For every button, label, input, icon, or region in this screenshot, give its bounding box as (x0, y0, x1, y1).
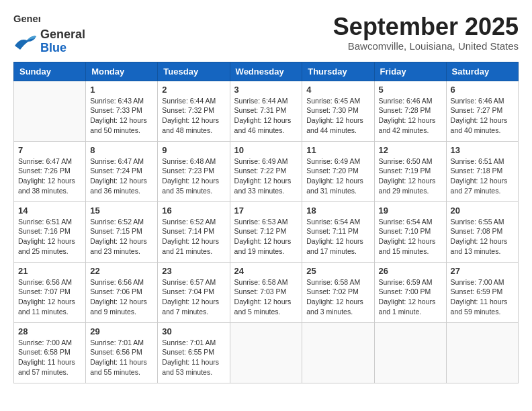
day-info: Sunrise: 6:52 AMSunset: 7:14 PMDaylight:… (162, 217, 225, 257)
calendar-cell: 26Sunrise: 6:59 AMSunset: 7:00 PMDayligh… (374, 262, 446, 322)
logo: General General Blue (13, 13, 85, 55)
day-number: 25 (306, 266, 369, 276)
day-number: 10 (234, 145, 298, 155)
week-row-3: 14Sunrise: 6:51 AMSunset: 7:16 PMDayligh… (14, 201, 519, 262)
day-number: 15 (90, 205, 153, 216)
week-row-4: 21Sunrise: 6:56 AMSunset: 7:07 PMDayligh… (14, 262, 519, 322)
day-info: Sunrise: 6:53 AMSunset: 7:12 PMDaylight:… (234, 217, 298, 257)
calendar-cell (230, 322, 302, 383)
calendar-cell: 24Sunrise: 6:58 AMSunset: 7:03 PMDayligh… (230, 262, 302, 322)
day-number: 3 (234, 85, 298, 95)
day-info: Sunrise: 6:49 AMSunset: 7:20 PMDaylight:… (306, 156, 369, 196)
day-number: 11 (306, 145, 369, 155)
day-number: 20 (451, 205, 514, 216)
day-number: 29 (90, 326, 153, 336)
calendar-cell: 3Sunrise: 6:44 AMSunset: 7:31 PMDaylight… (230, 81, 302, 141)
calendar-cell: 20Sunrise: 6:55 AMSunset: 7:08 PMDayligh… (446, 201, 518, 262)
day-number: 4 (306, 85, 369, 95)
weekday-header-saturday: Saturday (446, 62, 518, 81)
day-number: 1 (90, 85, 153, 95)
calendar-cell: 11Sunrise: 6:49 AMSunset: 7:20 PMDayligh… (302, 141, 374, 201)
day-info: Sunrise: 6:55 AMSunset: 7:08 PMDaylight:… (451, 217, 514, 257)
day-number: 13 (451, 145, 514, 155)
day-info: Sunrise: 6:58 AMSunset: 7:02 PMDaylight:… (306, 277, 369, 317)
calendar-cell: 19Sunrise: 6:54 AMSunset: 7:10 PMDayligh… (374, 201, 446, 262)
day-number: 12 (379, 145, 442, 155)
day-number: 24 (234, 266, 298, 276)
day-number: 30 (162, 326, 225, 336)
day-info: Sunrise: 7:01 AMSunset: 6:55 PMDaylight:… (162, 338, 225, 377)
day-info: Sunrise: 6:56 AMSunset: 7:07 PMDaylight:… (18, 277, 81, 317)
day-info: Sunrise: 7:00 AMSunset: 6:58 PMDaylight:… (18, 338, 81, 377)
calendar-cell (374, 322, 446, 383)
day-info: Sunrise: 6:59 AMSunset: 7:00 PMDaylight:… (379, 277, 442, 317)
calendar-cell: 16Sunrise: 6:52 AMSunset: 7:14 PMDayligh… (158, 201, 230, 262)
week-row-1: 1Sunrise: 6:43 AMSunset: 7:33 PMDaylight… (14, 81, 519, 141)
day-info: Sunrise: 6:51 AMSunset: 7:18 PMDaylight:… (451, 156, 514, 196)
calendar-cell: 8Sunrise: 6:47 AMSunset: 7:24 PMDaylight… (86, 141, 158, 201)
day-info: Sunrise: 6:54 AMSunset: 7:11 PMDaylight:… (306, 217, 369, 257)
calendar-cell (446, 322, 518, 383)
calendar-cell: 22Sunrise: 6:56 AMSunset: 7:06 PMDayligh… (86, 262, 158, 322)
calendar-header-row: SundayMondayTuesdayWednesdayThursdayFrid… (14, 62, 519, 81)
calendar-cell: 23Sunrise: 6:57 AMSunset: 7:04 PMDayligh… (158, 262, 230, 322)
weekday-header-monday: Monday (86, 62, 158, 81)
calendar-cell: 21Sunrise: 6:56 AMSunset: 7:07 PMDayligh… (14, 262, 86, 322)
location: Bawcomville, Louisiana, United States (333, 40, 519, 52)
day-number: 14 (18, 205, 81, 216)
title-block: September 2025 Bawcomville, Louisiana, U… (333, 13, 519, 52)
day-info: Sunrise: 6:46 AMSunset: 7:27 PMDaylight:… (451, 96, 514, 136)
weekday-header-sunday: Sunday (14, 62, 86, 81)
day-number: 23 (162, 266, 225, 276)
weekday-header-friday: Friday (374, 62, 446, 81)
bird-icon (13, 32, 38, 51)
day-info: Sunrise: 6:45 AMSunset: 7:30 PMDaylight:… (306, 96, 369, 136)
day-info: Sunrise: 6:47 AMSunset: 7:24 PMDaylight:… (90, 156, 153, 196)
calendar-cell: 9Sunrise: 6:48 AMSunset: 7:23 PMDaylight… (158, 141, 230, 201)
logo-general: General (40, 28, 85, 42)
day-info: Sunrise: 6:58 AMSunset: 7:03 PMDaylight:… (234, 277, 298, 317)
calendar-cell: 7Sunrise: 6:47 AMSunset: 7:26 PMDaylight… (14, 141, 86, 201)
calendar-cell: 18Sunrise: 6:54 AMSunset: 7:11 PMDayligh… (302, 201, 374, 262)
day-number: 22 (90, 266, 153, 276)
day-number: 9 (162, 145, 225, 155)
calendar-cell: 4Sunrise: 6:45 AMSunset: 7:30 PMDaylight… (302, 81, 374, 141)
day-info: Sunrise: 6:46 AMSunset: 7:28 PMDaylight:… (379, 96, 442, 136)
page-header: General General Blue September 2025 Bawc… (13, 13, 519, 55)
calendar-cell: 12Sunrise: 6:50 AMSunset: 7:19 PMDayligh… (374, 141, 446, 201)
day-info: Sunrise: 6:48 AMSunset: 7:23 PMDaylight:… (162, 156, 225, 196)
calendar-cell (14, 81, 86, 141)
day-info: Sunrise: 6:49 AMSunset: 7:22 PMDaylight:… (234, 156, 298, 196)
calendar-cell: 6Sunrise: 6:46 AMSunset: 7:27 PMDaylight… (446, 81, 518, 141)
day-number: 18 (306, 205, 369, 216)
day-info: Sunrise: 6:50 AMSunset: 7:19 PMDaylight:… (379, 156, 442, 196)
calendar-cell: 10Sunrise: 6:49 AMSunset: 7:22 PMDayligh… (230, 141, 302, 201)
day-number: 17 (234, 205, 298, 216)
calendar-cell: 27Sunrise: 7:00 AMSunset: 6:59 PMDayligh… (446, 262, 518, 322)
day-number: 5 (379, 85, 442, 95)
svg-text:General: General (13, 13, 40, 24)
day-info: Sunrise: 6:44 AMSunset: 7:31 PMDaylight:… (234, 96, 298, 136)
week-row-2: 7Sunrise: 6:47 AMSunset: 7:26 PMDaylight… (14, 141, 519, 201)
weekday-header-thursday: Thursday (302, 62, 374, 81)
calendar-cell: 30Sunrise: 7:01 AMSunset: 6:55 PMDayligh… (158, 322, 230, 383)
day-number: 27 (451, 266, 514, 276)
day-number: 2 (162, 85, 225, 95)
day-number: 28 (18, 326, 81, 336)
day-info: Sunrise: 6:54 AMSunset: 7:10 PMDaylight:… (379, 217, 442, 257)
calendar-cell: 2Sunrise: 6:44 AMSunset: 7:32 PMDaylight… (158, 81, 230, 141)
month-title: September 2025 (333, 13, 519, 40)
calendar-cell: 14Sunrise: 6:51 AMSunset: 7:16 PMDayligh… (14, 201, 86, 262)
logo-blue: Blue (40, 42, 85, 55)
day-number: 7 (18, 145, 81, 155)
day-info: Sunrise: 6:44 AMSunset: 7:32 PMDaylight:… (162, 96, 225, 136)
day-info: Sunrise: 6:47 AMSunset: 7:26 PMDaylight:… (18, 156, 81, 196)
day-number: 26 (379, 266, 442, 276)
calendar-cell: 28Sunrise: 7:00 AMSunset: 6:58 PMDayligh… (14, 322, 86, 383)
calendar-cell: 17Sunrise: 6:53 AMSunset: 7:12 PMDayligh… (230, 201, 302, 262)
day-number: 21 (18, 266, 81, 276)
day-info: Sunrise: 7:01 AMSunset: 6:56 PMDaylight:… (90, 338, 153, 377)
day-info: Sunrise: 6:51 AMSunset: 7:16 PMDaylight:… (18, 217, 81, 257)
day-info: Sunrise: 7:00 AMSunset: 6:59 PMDaylight:… (451, 277, 514, 317)
calendar-cell: 5Sunrise: 6:46 AMSunset: 7:28 PMDaylight… (374, 81, 446, 141)
